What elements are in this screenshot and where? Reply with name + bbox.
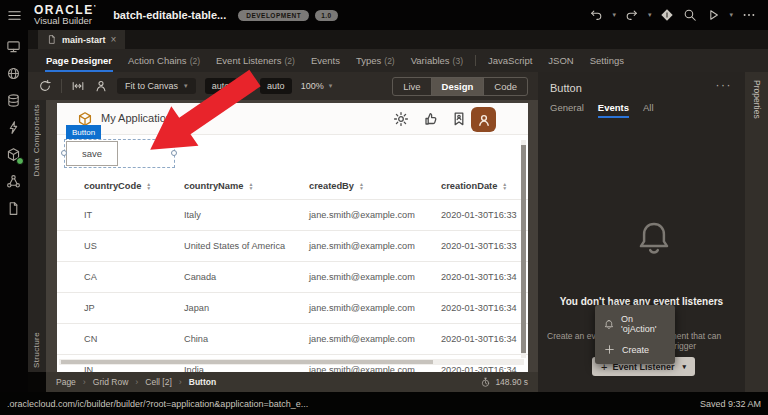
undo-icon[interactable] [589,8,603,22]
fit-to-canvas-dropdown[interactable]: Fit to Canvas▾ [117,78,196,94]
services-icon[interactable] [6,66,22,82]
column-header-createdBy[interactable]: createdBy▲▼ [282,173,414,200]
tab-page-designer[interactable]: Page Designer [38,49,120,72]
resize-handle-right[interactable] [171,150,177,156]
dock-tab-properties[interactable]: Properties [752,80,762,119]
sort-icon[interactable]: ▲▼ [359,182,364,190]
column-header-countryCode[interactable]: countryCode▲▼ [57,173,157,200]
table-row[interactable]: USUnited States of Americajane.smith@exa… [57,231,528,262]
save-button[interactable]: save [66,141,118,166]
redo-caret-icon[interactable]: ▾ [648,11,652,19]
table-cell: 2020-01-30T16:33 [414,231,528,262]
canvas-width-input[interactable]: auto [205,78,237,94]
mode-design-button[interactable]: Design [431,78,484,95]
hamburger-menu-icon[interactable] [0,8,28,23]
breadcrumb-bar: Page›Grid Row›Cell [2]›Button 148.90 s [46,372,538,392]
countries-table: countryCode▲▼countryName▲▼createdBy▲▼cre… [57,173,528,372]
oracle-logo: ORACLE’ Visual Builder [34,4,97,27]
table-cell: JP [57,293,157,324]
design-canvas[interactable]: My Application Button save [57,103,528,372]
canvas-height-input[interactable]: auto [260,78,292,94]
user-avatar[interactable] [471,107,496,132]
tab-general[interactable]: General [550,102,584,117]
persona-icon[interactable] [94,79,108,93]
table-row[interactable]: JPJapanjane.smith@example.com2020-01-30T… [57,293,528,324]
dependencies-icon[interactable] [6,174,22,190]
column-header-countryName[interactable]: countryName▲▼ [157,173,282,200]
undo-caret-icon[interactable]: ▾ [612,11,616,19]
redo-icon[interactable] [625,8,639,22]
thumbs-up-icon[interactable] [423,111,439,127]
tab-all[interactable]: All [643,102,654,117]
table-cell: 2020-01-30T16:33 [414,200,528,231]
table-row[interactable]: CNChinajane.smith@example.com2020-01-30T… [57,324,528,355]
table-cell: 2020-01-30T16:34 [414,262,528,293]
dock-tab-data[interactable]: Data [32,158,41,177]
dock-tab-structure[interactable]: Structure [32,332,41,368]
resize-handle-left[interactable] [61,150,67,156]
breadcrumb-separator: › [179,377,182,387]
horizontal-scrollbar-thumb[interactable] [61,360,433,364]
table-cell: jane.smith@example.com [282,231,414,262]
breadcrumb-item[interactable]: Button [189,377,216,387]
mode-code-button[interactable]: Code [483,78,527,95]
bookmark-user-icon[interactable] [451,111,467,127]
breadcrumb-item[interactable]: Cell [2] [145,377,171,387]
run-icon[interactable] [706,8,720,22]
tab-settings[interactable]: Settings [582,49,632,72]
source-files-icon[interactable] [6,201,22,217]
table-row[interactable]: ITItalyjane.smith@example.com2020-01-30T… [57,200,528,231]
tab-types[interactable]: Types(2) [348,49,403,72]
sort-icon[interactable]: ▲▼ [248,182,253,190]
table-cell: China [157,324,282,355]
search-icon[interactable] [683,8,697,22]
mode-live-button[interactable]: Live [393,78,430,95]
table-cell: jane.smith@example.com [282,293,414,324]
toolbar-divider [61,79,62,93]
canvas-area: My Application Button save [46,100,538,372]
dimension-separator: × [246,81,251,91]
zoom-dropdown[interactable]: 100%▾ [301,81,333,91]
version-badge: 1.0 [315,10,338,21]
tab-javascript[interactable]: JavaScript [480,49,540,72]
tab-main-start[interactable]: main-start × [38,30,125,49]
components-icon[interactable] [6,147,22,163]
processes-icon[interactable] [6,120,22,136]
green-status-badge [16,157,24,165]
tab-events[interactable]: Events [303,49,348,72]
right-dock: Properties [745,72,768,392]
run-caret-icon[interactable]: ▾ [729,11,733,19]
dock-tab-components[interactable]: Components [32,104,41,153]
project-title[interactable]: batch-editable-table... [113,9,226,21]
refresh-icon[interactable] [38,79,52,93]
breadcrumb-item[interactable]: Page [56,377,76,387]
sort-icon[interactable]: ▲▼ [502,182,507,190]
tab-variables[interactable]: Variables(3) [403,49,471,72]
table-row[interactable]: CACanadajane.smith@example.com2020-01-30… [57,262,528,293]
menu-item-on-ojaction[interactable]: On 'ojAction' [595,309,675,339]
mode-switcher: Live Design Code [392,77,528,96]
close-tab-icon[interactable]: × [111,34,117,45]
business-objects-icon[interactable] [6,93,22,109]
web-apps-icon[interactable] [6,39,22,55]
table-header-row: countryCode▲▼countryName▲▼createdBy▲▼cre… [57,173,528,200]
diagnostics-icon[interactable] [660,8,674,22]
column-header-creationDate[interactable]: creationDate▲▼ [414,173,528,200]
table-cell: Canada [157,262,282,293]
tab-json[interactable]: JSON [540,49,581,72]
bell-icon [604,319,614,330]
sort-icon[interactable]: ▲▼ [146,182,151,190]
viewport-width-icon[interactable] [71,79,85,93]
breadcrumb-item[interactable]: Grid Row [93,377,128,387]
gear-icon[interactable] [393,111,409,127]
menu-item-create[interactable]: Create [595,339,675,360]
bell-icon [636,218,672,258]
tab-events[interactable]: Events [598,102,629,117]
left-dock: Components Data Structure [28,100,46,372]
designer-toolbar: Fit to Canvas▾ auto × auto 100%▾ Live De… [28,72,538,100]
more-icon[interactable] [742,8,756,22]
tab-event-listeners[interactable]: Event Listeners(2) [208,49,303,72]
tab-action-chains[interactable]: Action Chains(2) [120,49,208,72]
vertical-scrollbar-thumb[interactable] [521,145,526,353]
panel-menu-icon[interactable]: ··· [716,78,733,92]
